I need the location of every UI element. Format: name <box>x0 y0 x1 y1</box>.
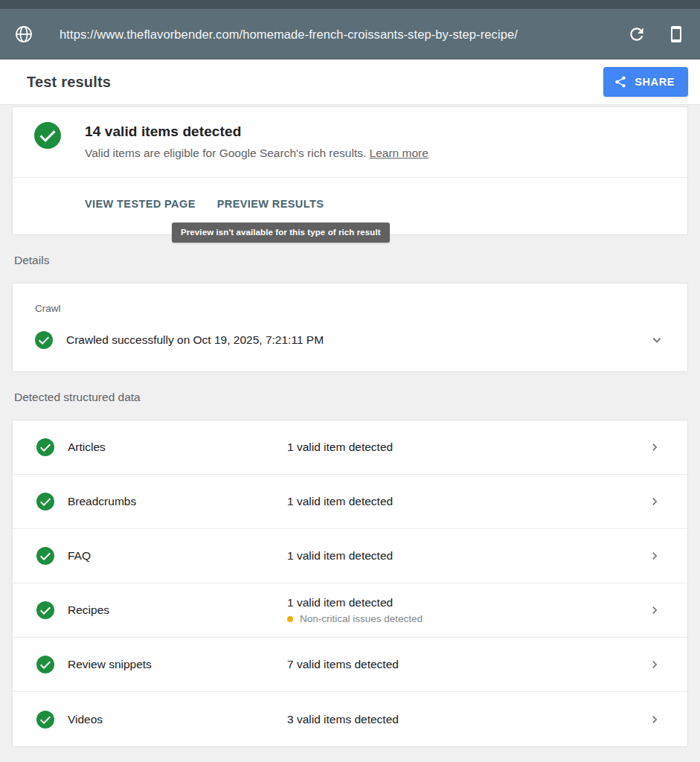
row-issue-text: Non-critical issues detected <box>300 613 423 624</box>
view-tested-page-button[interactable]: VIEW TESTED PAGE <box>85 198 196 210</box>
row-articles[interactable]: Articles 1 valid item detected <box>13 420 687 475</box>
crawl-label: Crawl <box>35 303 665 314</box>
row-review-snippets[interactable]: Review snippets 7 valid items detected <box>13 638 687 692</box>
row-name: Breadcrumbs <box>68 495 287 508</box>
row-value: 3 valid items detected <box>287 713 399 726</box>
row-value: 1 valid item detected <box>287 495 393 508</box>
status-bar <box>0 0 700 9</box>
valid-check-icon <box>34 122 61 160</box>
chevron-right-icon <box>647 440 662 455</box>
share-icon <box>614 75 627 89</box>
row-name: FAQ <box>68 549 287 563</box>
row-name: Articles <box>68 441 287 454</box>
row-videos[interactable]: Videos 3 valid items detected <box>13 692 687 746</box>
summary-card: 14 valid items detected Valid items are … <box>12 106 688 235</box>
valid-check-icon <box>36 493 54 510</box>
valid-check-icon <box>36 656 54 673</box>
row-name: Review snippets <box>68 658 287 671</box>
refresh-button[interactable] <box>627 25 646 44</box>
row-name: Videos <box>68 713 287 726</box>
row-issue: Non-critical issues detected <box>287 613 423 624</box>
row-value: 1 valid item detected <box>287 549 393 563</box>
crawl-card: Crawl Crawled successfully on Oct 19, 20… <box>12 283 688 372</box>
chevron-down-icon <box>649 332 665 348</box>
valid-check-icon <box>36 438 54 456</box>
row-faq[interactable]: FAQ 1 valid item detected <box>13 529 687 583</box>
share-button[interactable]: SHARE <box>603 67 688 97</box>
page-header: Test results SHARE <box>0 60 700 105</box>
row-value: 7 valid items detected <box>287 658 399 671</box>
page-title: Test results <box>27 74 111 91</box>
valid-check-icon <box>36 711 54 729</box>
chevron-right-icon <box>647 494 662 509</box>
crawl-success-check-icon <box>35 331 53 349</box>
row-recipes[interactable]: Recipes 1 valid item detected Non-critic… <box>13 583 687 638</box>
preview-tooltip: Preview isn't available for this type of… <box>172 222 390 243</box>
summary-subtitle: Valid items are eligible for Google Sear… <box>85 147 428 160</box>
crawl-status-row[interactable]: Crawled successfully on Oct 19, 2025, 7:… <box>35 331 665 349</box>
warning-dot-icon <box>287 616 293 622</box>
chevron-right-icon <box>647 712 662 727</box>
summary-subtitle-text: Valid items are eligible for Google Sear… <box>85 147 370 159</box>
row-value: 1 valid item detected <box>287 441 393 454</box>
row-name: Recipes <box>68 603 287 617</box>
chevron-right-icon <box>647 603 662 618</box>
summary-title: 14 valid items detected <box>85 124 428 140</box>
valid-check-icon <box>36 601 54 619</box>
row-breadcrumbs[interactable]: Breadcrumbs 1 valid item detected <box>13 475 687 529</box>
share-button-label: SHARE <box>635 76 675 88</box>
browser-url-bar: https://www.theflavorbender.com/homemade… <box>0 9 700 60</box>
learn-more-link[interactable]: Learn more <box>370 147 428 159</box>
preview-results-button[interactable]: PREVIEW RESULTS <box>217 198 324 210</box>
mobile-device-icon[interactable] <box>667 25 685 43</box>
chevron-right-icon <box>647 548 662 563</box>
url-text: https://www.theflavorbender.com/homemade… <box>60 28 614 42</box>
globe-icon <box>13 24 34 45</box>
row-value: 1 valid item detected <box>287 596 423 609</box>
structured-data-list: Articles 1 valid item detected Breadcrum… <box>12 420 688 747</box>
chevron-right-icon <box>647 657 662 672</box>
structured-data-section-label: Detected structured data <box>14 391 688 404</box>
details-section-label: Details <box>14 254 688 267</box>
crawl-status-text: Crawled successfully on Oct 19, 2025, 7:… <box>66 333 324 347</box>
valid-check-icon <box>36 547 54 565</box>
